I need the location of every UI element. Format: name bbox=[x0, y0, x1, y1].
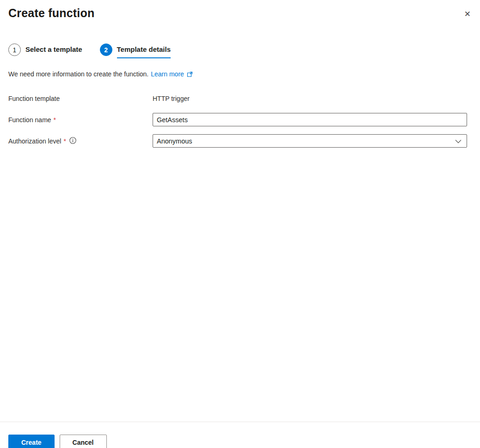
step-1-circle: 1 bbox=[8, 44, 21, 56]
close-button[interactable]: ✕ bbox=[462, 7, 474, 21]
required-asterisk: * bbox=[63, 137, 66, 145]
template-details-form: Function template HTTP trigger Function … bbox=[8, 92, 472, 148]
wizard-steps: 1 Select a template 2 Template details bbox=[8, 41, 472, 58]
chevron-down-icon bbox=[455, 137, 462, 145]
step-2-circle: 2 bbox=[100, 44, 112, 56]
page-title: Create function bbox=[8, 6, 94, 20]
authorization-level-value: Anonymous bbox=[157, 137, 192, 145]
authorization-level-select[interactable]: Anonymous bbox=[153, 134, 467, 148]
authorization-level-label: Authorization level * bbox=[8, 137, 153, 145]
function-name-input[interactable] bbox=[153, 113, 467, 126]
panel-footer: Create Cancel bbox=[0, 422, 480, 448]
step-template-details[interactable]: 2 Template details bbox=[100, 41, 171, 58]
close-icon: ✕ bbox=[464, 10, 471, 19]
authorization-level-row: Authorization level * Anonymous bbox=[8, 134, 472, 148]
function-name-row: Function name * bbox=[8, 113, 472, 126]
required-asterisk: * bbox=[54, 116, 56, 124]
info-tooltip-button[interactable] bbox=[69, 137, 76, 145]
cancel-button[interactable]: Cancel bbox=[60, 435, 107, 448]
function-name-label: Function name * bbox=[8, 116, 153, 124]
create-function-panel: Create function ✕ 1 Select a template 2 … bbox=[0, 0, 480, 448]
function-template-row: Function template HTTP trigger bbox=[8, 92, 472, 105]
info-icon bbox=[69, 137, 76, 145]
panel-header: Create function ✕ bbox=[8, 0, 472, 21]
step-1-label: Select a template bbox=[25, 41, 82, 58]
create-button[interactable]: Create bbox=[8, 435, 55, 448]
step-select-a-template[interactable]: 1 Select a template bbox=[8, 41, 82, 58]
info-text: We need more information to create the f… bbox=[8, 70, 148, 78]
learn-more-link[interactable]: Learn more bbox=[151, 70, 184, 78]
step-2-label: Template details bbox=[117, 41, 171, 58]
function-template-value: HTTP trigger bbox=[153, 95, 190, 102]
external-link-icon bbox=[187, 71, 193, 77]
function-template-label: Function template bbox=[8, 95, 153, 102]
info-row: We need more information to create the f… bbox=[8, 70, 472, 78]
